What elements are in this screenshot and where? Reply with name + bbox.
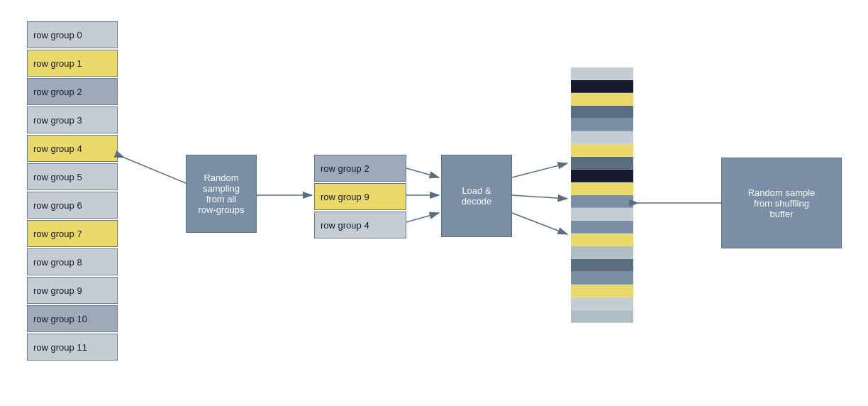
row-group-item-8: row group 8 xyxy=(27,248,118,275)
buffer-bar-14 xyxy=(571,246,633,259)
selected-group-item-2: row group 4 xyxy=(314,212,406,238)
svg-line-6 xyxy=(406,213,439,222)
buffer-bar-7 xyxy=(571,157,633,170)
row-group-item-11: row group 11 xyxy=(27,334,118,361)
row-group-item-1: row group 1 xyxy=(27,50,118,77)
buffer-bar-8 xyxy=(571,170,633,182)
row-group-item-7: row group 7 xyxy=(27,220,118,247)
buffer-bar-0 xyxy=(571,67,633,80)
selected-groups: row group 2row group 9row group 4 xyxy=(314,155,406,238)
load-decode-label: Load &decode xyxy=(462,185,492,207)
load-decode-box: Load &decode xyxy=(441,155,512,237)
buffer-bar-18 xyxy=(571,297,633,310)
buffer-bar-6 xyxy=(571,144,633,157)
buffer-bar-15 xyxy=(571,259,633,272)
row-group-item-10: row group 10 xyxy=(27,305,118,332)
row-groups-list: row group 0row group 1row group 2row gro… xyxy=(27,21,118,361)
buffer-bar-5 xyxy=(571,131,633,144)
svg-line-8 xyxy=(512,195,567,199)
buffer-bar-13 xyxy=(571,234,633,246)
sampling-box: Randomsamplingfrom allrow-groups xyxy=(186,155,257,233)
buffer-bar-3 xyxy=(571,106,633,119)
buffer-bar-2 xyxy=(571,93,633,106)
row-group-item-5: row group 5 xyxy=(27,163,118,190)
svg-line-7 xyxy=(512,163,567,177)
buffer-bar-12 xyxy=(571,221,633,234)
buffer-bar-1 xyxy=(571,80,633,93)
row-group-item-9: row group 9 xyxy=(27,277,118,304)
buffer-bar-11 xyxy=(571,208,633,221)
row-group-item-2: row group 2 xyxy=(27,78,118,105)
row-group-item-4: row group 4 xyxy=(27,135,118,162)
row-group-item-6: row group 6 xyxy=(27,192,118,219)
shuffle-buffer xyxy=(571,67,633,323)
buffer-bar-10 xyxy=(571,195,633,208)
random-sample-label: Random samplefrom shufflingbuffer xyxy=(748,187,816,219)
diagram: row group 0row group 1row group 2row gro… xyxy=(0,0,868,406)
row-group-item-0: row group 0 xyxy=(27,21,118,48)
buffer-bar-17 xyxy=(571,285,633,297)
svg-line-4 xyxy=(406,168,439,177)
buffer-bar-4 xyxy=(571,119,633,131)
random-sample-box: Random samplefrom shufflingbuffer xyxy=(721,158,842,248)
sampling-box-label: Randomsamplingfrom allrow-groups xyxy=(198,172,244,215)
svg-line-2 xyxy=(124,158,186,183)
buffer-bar-19 xyxy=(571,310,633,323)
row-group-item-3: row group 3 xyxy=(27,106,118,133)
buffer-bar-9 xyxy=(571,182,633,195)
buffer-bar-16 xyxy=(571,272,633,285)
selected-group-item-0: row group 2 xyxy=(314,155,406,182)
selected-group-item-1: row group 9 xyxy=(314,183,406,210)
svg-line-9 xyxy=(512,213,567,234)
